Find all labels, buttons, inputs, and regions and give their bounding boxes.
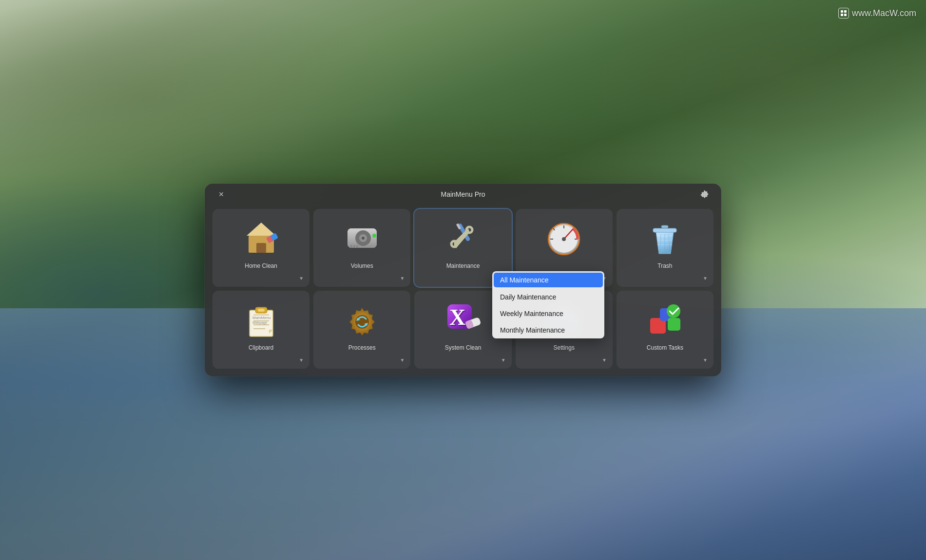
svg-rect-14 (350, 245, 352, 248)
volumes-label: Volumes (351, 262, 373, 269)
trash-icon (645, 219, 684, 258)
svg-text:Webpage: Webpage (252, 321, 267, 325)
svg-point-66 (667, 304, 680, 318)
svg-rect-16 (356, 245, 358, 248)
svg-text:MainMenu: MainMenu (252, 316, 270, 320)
svg-rect-33 (653, 228, 676, 232)
svg-text:X: X (449, 305, 465, 330)
home-clean-label: Home Clean (245, 262, 277, 269)
trash-label: Trash (657, 262, 672, 269)
maintenance-icon (444, 219, 482, 258)
grid-cell-custom-tasks[interactable]: Custom Tasks ▼ (617, 291, 714, 369)
grid-cell-processes[interactable]: Processes ▼ (313, 291, 410, 369)
svg-rect-65 (668, 318, 680, 331)
watermark: www.MacW.com (838, 8, 916, 19)
grid-cell-home-clean[interactable]: Home Clean ▼ (212, 209, 309, 287)
svg-rect-6 (256, 243, 266, 253)
svg-marker-4 (247, 223, 276, 236)
clipboard-icon: MainMenu Webpage (242, 300, 281, 339)
processes-icon (343, 300, 382, 339)
svg-rect-32 (661, 225, 668, 228)
main-grid: Home Clean ▼ (205, 205, 721, 376)
grid-cell-clipboard[interactable]: MainMenu Webpage Clipboard ▼ (212, 291, 309, 369)
app-window: × MainMenu Pro (205, 184, 721, 376)
settings-chevron: ▼ (602, 357, 607, 363)
dropdown-item-monthly-maintenance[interactable]: Monthly Maintenance (492, 322, 604, 338)
system-clean-icon: X X (444, 300, 482, 339)
clipboard-chevron: ▼ (299, 357, 304, 363)
svg-rect-15 (353, 245, 355, 248)
title-bar: × MainMenu Pro (205, 184, 721, 205)
svg-rect-40 (258, 309, 265, 312)
volumes-icon (343, 219, 382, 258)
custom-tasks-icon (645, 300, 684, 339)
settings-label: Settings (554, 344, 575, 351)
svg-point-21 (466, 227, 472, 233)
grid-cell-trash[interactable]: Trash ▼ (617, 209, 714, 287)
svg-rect-0 (841, 10, 843, 13)
system-clean-label: System Clean (445, 344, 482, 351)
system-clean-chevron: ▼ (501, 357, 506, 363)
close-button[interactable]: × (214, 187, 228, 201)
svg-point-17 (372, 234, 376, 238)
svg-rect-3 (844, 14, 847, 16)
home-clean-icon (242, 219, 281, 258)
svg-point-13 (362, 237, 365, 240)
dropdown-item-all-maintenance[interactable]: All Maintenance (494, 273, 603, 287)
watermark-icon (838, 8, 849, 19)
svg-rect-1 (844, 10, 847, 13)
window-title: MainMenu Pro (441, 190, 485, 198)
clipboard-label: Clipboard (249, 344, 273, 351)
dropdown-item-daily-maintenance[interactable]: Daily Maintenance (492, 289, 604, 305)
maintenance-dropdown: All Maintenance Daily Maintenance Weekly… (492, 271, 604, 338)
speed-icon (544, 219, 583, 258)
custom-tasks-label: Custom Tasks (647, 344, 683, 351)
grid-cell-volumes[interactable]: Volumes ▼ (313, 209, 410, 287)
processes-chevron: ▼ (400, 357, 405, 363)
volumes-chevron: ▼ (400, 276, 405, 281)
home-clean-chevron: ▼ (299, 276, 304, 281)
svg-point-30 (562, 237, 566, 241)
maintenance-label: Maintenance (446, 262, 480, 269)
gear-button[interactable] (698, 187, 712, 201)
svg-rect-2 (841, 14, 843, 16)
processes-label: Processes (348, 344, 376, 351)
trash-chevron: ▼ (703, 276, 708, 281)
dropdown-item-weekly-maintenance[interactable]: Weekly Maintenance (492, 305, 604, 322)
custom-tasks-chevron: ▼ (703, 357, 708, 363)
